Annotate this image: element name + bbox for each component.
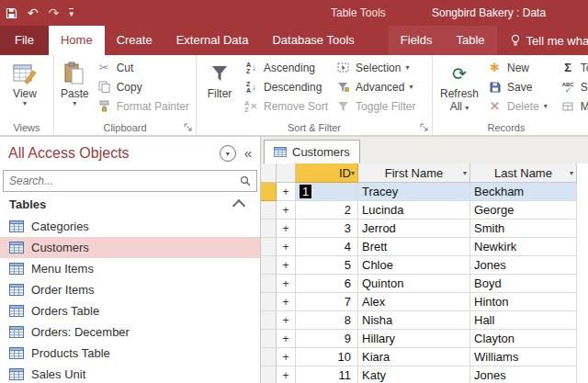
filter-dropdown-icon[interactable]: ▾ [570,170,573,177]
toggle-filter-button[interactable]: Toggle Filter [332,96,419,116]
cell-last-name[interactable]: Boyd [470,275,577,293]
descending-button[interactable]: ZA↓ Descending [240,77,332,96]
cell-first-name[interactable]: Katy [358,366,470,383]
totals-button[interactable]: Σ Totals [557,58,588,77]
expand-row-button[interactable]: + [277,201,296,220]
tab-database-tools[interactable]: Database Tools [260,26,366,55]
spelling-button[interactable]: ABC✓ Spelling [557,77,588,96]
cell-id[interactable]: 5 [296,256,358,275]
cell-first-name[interactable]: Quinton [358,275,470,293]
view-button[interactable]: View ▾ [3,57,47,107]
row-selector[interactable] [261,256,277,275]
cell-last-name[interactable]: Jones [470,256,577,275]
row-selector[interactable] [261,330,277,348]
sidebar-item-sales-unit[interactable]: Sales Unit [0,364,260,383]
row-selector[interactable] [261,293,277,311]
tell-me-box[interactable]: Tell me what you w [510,26,588,55]
expand-row-button[interactable]: + [277,330,296,348]
more-button[interactable]: More ▾ [557,96,588,116]
expand-row-button[interactable]: + [277,293,296,311]
cell-id[interactable]: 6 [296,275,358,293]
row-selector[interactable] [261,311,277,330]
cell-last-name[interactable]: Hall [470,311,577,330]
delete-record-button[interactable]: ✕ Delete ▾ [483,96,551,116]
save-record-button[interactable]: Save [483,77,551,96]
cell-first-name[interactable]: Hillary [358,330,470,348]
cell-first-name[interactable]: Jerrod [358,220,470,238]
expand-row-button[interactable]: + [277,256,296,275]
cell-last-name[interactable]: Newkirk [470,238,577,256]
copy-button[interactable]: Copy [93,77,193,96]
cell-last-name[interactable]: Smith [470,220,577,238]
row-selector[interactable] [261,348,277,366]
cell-first-name[interactable]: Nisha [358,311,470,330]
expand-row-button[interactable]: + [277,348,296,366]
format-painter-button[interactable]: Format Painter [93,96,193,116]
cell-id[interactable]: 1 [296,183,358,201]
cell-last-name[interactable]: Jones [470,366,577,383]
column-header-first-name[interactable]: First Name ▾ [358,163,470,183]
clipboard-dialog-launcher-icon[interactable] [184,123,193,132]
undo-icon[interactable]: ↶ [28,0,39,26]
column-header-last-name[interactable]: Last Name ▾ [470,163,577,183]
cell-last-name[interactable]: Williams [470,348,577,366]
expand-row-button[interactable]: + [277,311,296,330]
nav-section-tables[interactable]: Tables [0,192,260,216]
new-record-button[interactable]: ✱ New [483,58,551,77]
tab-fields[interactable]: Fields [389,26,445,55]
chevron-up-icon[interactable] [232,198,245,211]
row-selector[interactable] [261,238,277,256]
expand-row-button[interactable]: + [277,238,296,256]
expand-row-button[interactable]: + [277,183,296,201]
sidebar-item-order-items[interactable]: Order Items [0,279,260,300]
expand-row-button[interactable]: + [277,275,296,293]
cell-first-name[interactable]: Chloe [358,256,470,275]
collapse-pane-icon[interactable]: « [244,146,252,161]
tab-table[interactable]: Table [445,26,497,55]
cut-button[interactable]: ✂ Cut [93,58,193,77]
row-selector[interactable] [261,275,277,293]
tab-home[interactable]: Home [49,26,105,55]
cell-last-name[interactable]: Clayton [470,330,577,348]
cell-first-name[interactable]: Lucinda [358,201,470,220]
cell-id[interactable]: 9 [296,330,358,348]
sidebar-item-orders-table[interactable]: Orders Table [0,300,260,321]
select-all-corner[interactable] [261,163,277,183]
cell-first-name[interactable]: Brett [358,238,470,256]
refresh-all-button[interactable]: ⟳ Refresh All ▾ [435,57,483,113]
row-selector[interactable] [261,220,277,238]
sort-filter-dialog-launcher-icon[interactable] [420,123,429,132]
advanced-button[interactable]: Advanced ▾ [332,77,419,96]
column-header-id[interactable]: ID ▾ [296,163,358,183]
tab-create[interactable]: Create [105,26,164,55]
sidebar-item-products-table[interactable]: Products Table [0,343,260,364]
row-selector[interactable] [261,183,277,201]
cell-last-name[interactable]: Beckham [470,183,577,201]
search-input[interactable] [4,175,234,187]
filter-dropdown-icon[interactable]: ▾ [463,170,467,177]
filter-button[interactable]: Filter [199,57,240,100]
cell-last-name[interactable]: George [470,201,577,220]
selection-button[interactable]: Selection ▾ [332,58,419,77]
ascending-button[interactable]: AZ↓ Ascending [240,58,332,77]
cell-id[interactable]: 11 [296,366,358,383]
save-icon[interactable] [6,7,17,19]
cell-first-name[interactable]: Alex [358,293,470,311]
sidebar-item-categories[interactable]: Categories [0,216,260,237]
sidebar-item-menu-items[interactable]: Menu Items [0,258,260,279]
sidebar-item-customers[interactable]: Customers [0,237,260,258]
cell-first-name[interactable]: Kiara [358,348,470,366]
remove-sort-button[interactable]: AZ✕ Remove Sort [240,96,332,116]
sidebar-item-orders-december[interactable]: Orders: December [0,321,260,343]
nav-pane-menu-icon[interactable]: ▾ [220,145,236,162]
tab-external-data[interactable]: External Data [164,26,261,55]
cell-id[interactable]: 4 [296,238,358,256]
filter-dropdown-icon[interactable]: ▾ [351,170,355,177]
row-selector[interactable] [261,201,277,220]
expand-row-button[interactable]: + [277,220,296,238]
cell-last-name[interactable]: Hinton [470,293,577,311]
search-icon[interactable] [234,175,256,186]
tab-file[interactable]: File [0,26,49,55]
cell-id[interactable]: 7 [296,293,358,311]
expand-row-button[interactable]: + [277,366,296,383]
